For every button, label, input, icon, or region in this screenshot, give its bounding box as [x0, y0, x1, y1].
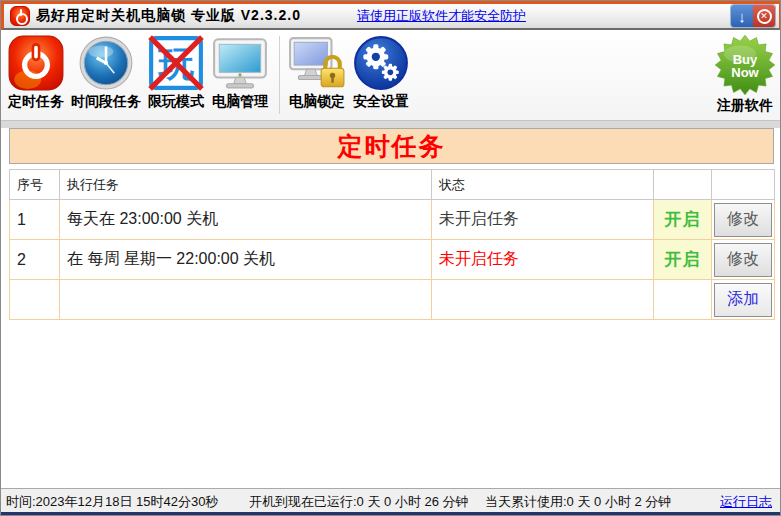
minimize-icon: ↓ — [738, 8, 746, 25]
cell-task — [60, 280, 432, 320]
cell-action: 添加 — [712, 280, 775, 320]
table-row: 1 每天在 23:00:00 关机 未开启任务 开启 修改 — [10, 200, 775, 240]
cell-enable — [654, 280, 712, 320]
genuine-software-link[interactable]: 请使用正版软件才能安全防护 — [357, 7, 526, 25]
run-log-link[interactable]: 运行日志 — [720, 493, 772, 511]
table-row: 2 在 每周 星期一 22:00:00 关机 未开启任务 开启 修改 — [10, 240, 775, 280]
table-header-row: 序号 执行任务 状态 — [10, 170, 775, 200]
clock-icon — [77, 34, 135, 92]
col-header-no: 序号 — [10, 170, 60, 200]
cell-no: 2 — [10, 240, 60, 280]
cell-enable: 开启 — [654, 200, 712, 240]
modify-button[interactable]: 修改 — [714, 243, 772, 277]
badge-text-bottom: Now — [731, 65, 759, 80]
monitor-icon — [211, 34, 269, 92]
table-row-empty: 添加 — [10, 280, 775, 320]
gears-icon — [352, 34, 410, 92]
buy-now-badge-icon: Buy Now — [714, 34, 776, 96]
status-bar: 时间:2023年12月18日 15时42分30秒 开机到现在已运行:0 天 0 … — [1, 488, 781, 512]
task-table: 序号 执行任务 状态 1 每天在 23:00:00 关机 未开启任务 开启 修改… — [9, 169, 775, 320]
power-icon — [7, 34, 65, 92]
cell-status — [432, 280, 654, 320]
toolbar-item-security-settings[interactable]: 安全设置 — [352, 34, 410, 111]
cell-task: 在 每周 星期一 22:00:00 关机 — [60, 240, 432, 280]
toolbar-item-period-task[interactable]: 时间段任务 — [71, 34, 141, 111]
toolbar-item-limit-play[interactable]: 玩 限玩模式 — [147, 34, 205, 111]
status-usage: 当天累计使用:0 天 0 小时 2 分钟 — [485, 493, 671, 511]
no-play-icon: 玩 — [147, 34, 205, 92]
status-time: 时间:2023年12月18日 15时42分30秒 — [6, 493, 218, 511]
toolbar-label: 电脑管理 — [212, 93, 268, 111]
status-uptime: 开机到现在已运行:0 天 0 小时 26 分钟 — [249, 493, 469, 511]
locked-computer-icon — [288, 34, 346, 92]
window-title: 易好用定时关机电脑锁 专业版 V2.3.2.0 — [36, 7, 301, 25]
register-label: 注册软件 — [717, 97, 773, 115]
toolbar-item-pc-manage[interactable]: 电脑管理 — [211, 34, 269, 111]
cell-no — [10, 280, 60, 320]
register-software-button[interactable]: Buy Now 注册软件 — [714, 34, 776, 115]
section-header-band: 定时任务 — [9, 128, 774, 164]
col-header-task: 执行任务 — [60, 170, 432, 200]
title-bar: 易好用定时关机电脑锁 专业版 V2.3.2.0 请使用正版软件才能安全防护 ↓ … — [1, 1, 781, 30]
page-title: 定时任务 — [338, 130, 446, 163]
cell-task: 每天在 23:00:00 关机 — [60, 200, 432, 240]
toolbar-bottom-edge — [1, 120, 781, 128]
cell-enable: 开启 — [654, 240, 712, 280]
close-icon: ✕ — [757, 9, 772, 24]
app-window: 易好用定时关机电脑锁 专业版 V2.3.2.0 请使用正版软件才能安全防护 ↓ … — [0, 0, 781, 516]
toolbar-label: 定时任务 — [8, 93, 64, 111]
close-button[interactable]: ✕ — [753, 5, 775, 27]
toolbar-label: 安全设置 — [353, 93, 409, 111]
col-header-status: 状态 — [432, 170, 654, 200]
status-text: 未开启任务 — [439, 250, 519, 267]
window-controls: ↓ ✕ — [731, 5, 775, 27]
col-header-enable — [654, 170, 712, 200]
cell-no: 1 — [10, 200, 60, 240]
toolbar-separator — [279, 36, 280, 114]
enable-button[interactable]: 开启 — [665, 250, 701, 269]
add-task-button[interactable]: 添加 — [714, 283, 772, 317]
toolbar-item-timer-task[interactable]: 定时任务 — [7, 34, 65, 111]
cell-action: 修改 — [712, 200, 775, 240]
cell-status: 未开启任务 — [432, 200, 654, 240]
app-power-icon — [10, 6, 30, 26]
toolbar-label: 电脑锁定 — [289, 93, 345, 111]
cell-action: 修改 — [712, 240, 775, 280]
col-header-action — [712, 170, 775, 200]
toolbar-label: 时间段任务 — [71, 93, 141, 111]
enable-button[interactable]: 开启 — [665, 210, 701, 229]
toolbar-item-pc-lock[interactable]: 电脑锁定 — [288, 34, 346, 111]
toolbar-label: 限玩模式 — [148, 93, 204, 111]
minimize-button[interactable]: ↓ — [731, 5, 753, 27]
modify-button[interactable]: 修改 — [714, 203, 772, 237]
toolbar: 定时任务 时间段任务 玩 — [1, 32, 781, 120]
window-bottom-edge — [1, 512, 781, 516]
cell-status: 未开启任务 — [432, 240, 654, 280]
status-text: 未开启任务 — [439, 210, 519, 227]
